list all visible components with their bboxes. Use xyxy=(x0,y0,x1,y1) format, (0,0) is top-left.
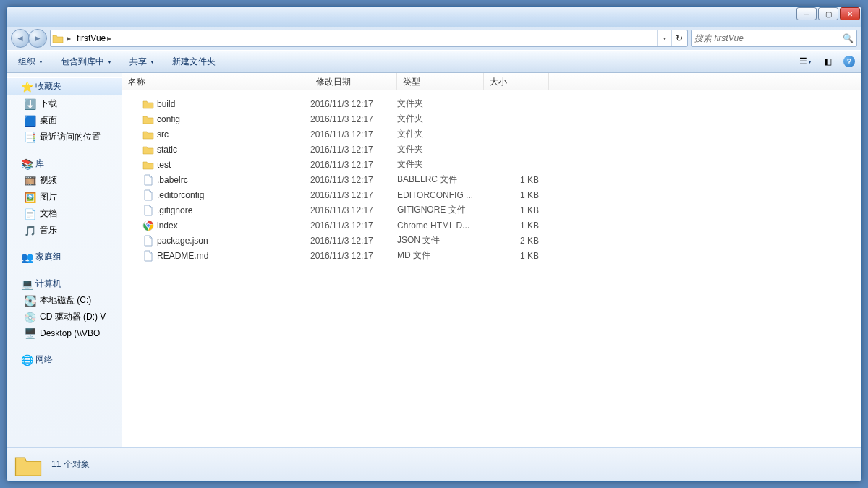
minimize-button[interactable]: ─ xyxy=(796,7,817,20)
file-row[interactable]: .babelrc2016/11/3 12:17BABELRC 文件1 KB xyxy=(122,172,861,187)
forward-button[interactable]: ► xyxy=(28,29,47,48)
new-folder-label: 新建文件夹 xyxy=(172,56,216,68)
file-type: 文件夹 xyxy=(397,143,484,155)
sidebar-item-favorites[interactable]: 📑最近访问的位置 xyxy=(7,129,122,145)
view-icon: ☰ xyxy=(799,56,807,67)
file-row[interactable]: .editorconfig2016/11/3 12:17EDITORCONFIG… xyxy=(122,187,861,202)
file-row[interactable]: .gitignore2016/11/3 12:17GITIGNORE 文件1 K… xyxy=(122,202,861,218)
sidebar-item-computer[interactable]: 💽本地磁盘 (C:) xyxy=(7,292,122,309)
file-row[interactable]: package.json2016/11/3 12:17JSON 文件2 KB xyxy=(122,233,861,248)
homegroup-group: 👥 家庭组 xyxy=(7,249,122,265)
folder-icon xyxy=(142,129,154,140)
column-type[interactable]: 类型 xyxy=(397,73,484,90)
share-label: 共享 xyxy=(129,56,147,68)
folder-icon xyxy=(14,450,43,479)
star-icon: ⭐ xyxy=(21,81,33,93)
file-date: 2016/11/3 12:17 xyxy=(310,251,397,261)
close-button[interactable]: ✕ xyxy=(840,7,860,20)
sidebar-item-libraries[interactable]: 🎞️视频 xyxy=(7,172,122,189)
share-button[interactable]: 共享 ▼ xyxy=(122,53,162,71)
file-row[interactable]: README.md2016/11/3 12:17MD 文件1 KB xyxy=(122,248,861,263)
file-icon xyxy=(142,205,154,216)
sidebar-item-label: 最近访问的位置 xyxy=(40,131,101,143)
file-row[interactable]: build2016/11/3 12:17文件夹 xyxy=(122,96,861,111)
item-icon: 📑 xyxy=(24,132,35,143)
status-text: 11 个对象 xyxy=(51,458,90,471)
back-button[interactable]: ◄ xyxy=(11,29,30,48)
sidebar-item-computer[interactable]: 💿CD 驱动器 (D:) V xyxy=(7,309,122,325)
file-type: 文件夹 xyxy=(397,158,484,171)
library-icon: 📚 xyxy=(21,158,33,170)
file-list[interactable]: build2016/11/3 12:17文件夹config2016/11/3 1… xyxy=(122,90,861,447)
file-name: package.json xyxy=(157,236,208,246)
item-icon: 📄 xyxy=(24,208,35,220)
help-button[interactable]: ? xyxy=(841,53,857,69)
file-icon xyxy=(142,235,154,247)
sidebar-item-favorites[interactable]: ⬇️下载 xyxy=(7,95,122,112)
file-date: 2016/11/3 12:17 xyxy=(310,190,397,200)
network-group: 🌐 网络 xyxy=(7,351,122,368)
toolbar: 组织 ▼ 包含到库中 ▼ 共享 ▼ 新建文件夹 ☰▼ ◧ ? xyxy=(7,50,861,73)
chevron-down-icon: ▼ xyxy=(107,59,112,64)
file-row[interactable]: config2016/11/3 12:17文件夹 xyxy=(122,111,861,127)
file-row[interactable]: index2016/11/3 12:17Chrome HTML D...1 KB xyxy=(122,218,861,233)
maximize-button[interactable]: ▢ xyxy=(818,7,838,20)
favorites-label: 收藏夹 xyxy=(35,80,61,93)
computer-icon: 💻 xyxy=(21,278,33,290)
svg-point-2 xyxy=(147,223,150,227)
sidebar-item-label: 视频 xyxy=(40,174,57,187)
file-type: EDITORCONFIG ... xyxy=(397,190,484,200)
item-icon: 🎵 xyxy=(24,225,35,236)
file-date: 2016/11/3 12:17 xyxy=(310,236,397,246)
address-dropdown[interactable]: ▾ xyxy=(657,30,671,46)
refresh-button[interactable]: ↻ xyxy=(671,30,686,46)
address-bar[interactable]: ▶ firstVue ▶ ▾ ↻ xyxy=(50,30,688,47)
sidebar-item-computer[interactable]: 🖥️Desktop (\\VBO xyxy=(7,325,122,341)
column-name[interactable]: 名称 xyxy=(122,73,310,90)
item-icon: 🖼️ xyxy=(24,192,35,203)
include-in-library-button[interactable]: 包含到库中 ▼ xyxy=(54,53,119,71)
sidebar-item-libraries[interactable]: 📄文档 xyxy=(7,205,122,222)
libraries-header[interactable]: 📚 库 xyxy=(7,155,122,172)
chevron-down-icon: ▼ xyxy=(38,59,43,64)
item-icon: 🟦 xyxy=(24,115,35,127)
file-row[interactable]: static2016/11/3 12:17文件夹 xyxy=(122,142,861,157)
network-header[interactable]: 🌐 网络 xyxy=(7,351,122,368)
file-row[interactable]: src2016/11/3 12:17文件夹 xyxy=(122,127,861,142)
sidebar-item-label: CD 驱动器 (D:) V xyxy=(40,311,106,323)
file-row[interactable]: test2016/11/3 12:17文件夹 xyxy=(122,157,861,172)
search-input[interactable] xyxy=(694,33,843,43)
column-date[interactable]: 修改日期 xyxy=(310,73,397,90)
folder-icon xyxy=(142,114,154,125)
network-icon: 🌐 xyxy=(21,354,33,366)
breadcrumb-label: firstVue xyxy=(77,33,106,43)
file-name: index xyxy=(157,221,178,231)
sidebar-item-libraries[interactable]: 🖼️图片 xyxy=(7,189,122,205)
homegroup-header[interactable]: 👥 家庭组 xyxy=(7,249,122,265)
file-type: MD 文件 xyxy=(397,249,484,262)
file-type: BABELRC 文件 xyxy=(397,174,484,186)
computer-header[interactable]: 💻 计算机 xyxy=(7,275,122,292)
sidebar-item-libraries[interactable]: 🎵音乐 xyxy=(7,222,122,239)
sidebar-item-label: 桌面 xyxy=(40,114,57,127)
new-folder-button[interactable]: 新建文件夹 xyxy=(165,53,223,71)
chevron-right-icon[interactable]: ▶ xyxy=(67,35,71,42)
sidebar-item-favorites[interactable]: 🟦桌面 xyxy=(7,112,122,129)
sidebar-item-label: 下载 xyxy=(40,98,57,110)
search-box[interactable]: 🔍 xyxy=(691,30,857,47)
folder-icon xyxy=(142,159,154,171)
file-size: 2 KB xyxy=(484,236,549,246)
breadcrumb-segment[interactable]: firstVue ▶ xyxy=(74,30,114,46)
chevron-right-icon[interactable]: ▶ xyxy=(107,35,111,42)
forward-arrow-icon: ► xyxy=(33,33,42,43)
search-icon[interactable]: 🔍 xyxy=(843,33,854,43)
computer-label: 计算机 xyxy=(35,278,61,290)
organize-button[interactable]: 组织 ▼ xyxy=(11,53,51,71)
preview-pane-button[interactable]: ◧ xyxy=(820,53,835,69)
preview-pane-icon: ◧ xyxy=(824,56,832,67)
column-size[interactable]: 大小 xyxy=(484,73,549,90)
file-type: JSON 文件 xyxy=(397,234,484,247)
file-type: Chrome HTML D... xyxy=(397,221,484,231)
favorites-header[interactable]: ⭐ 收藏夹 xyxy=(7,77,122,95)
view-options-button[interactable]: ☰▼ xyxy=(798,53,814,69)
